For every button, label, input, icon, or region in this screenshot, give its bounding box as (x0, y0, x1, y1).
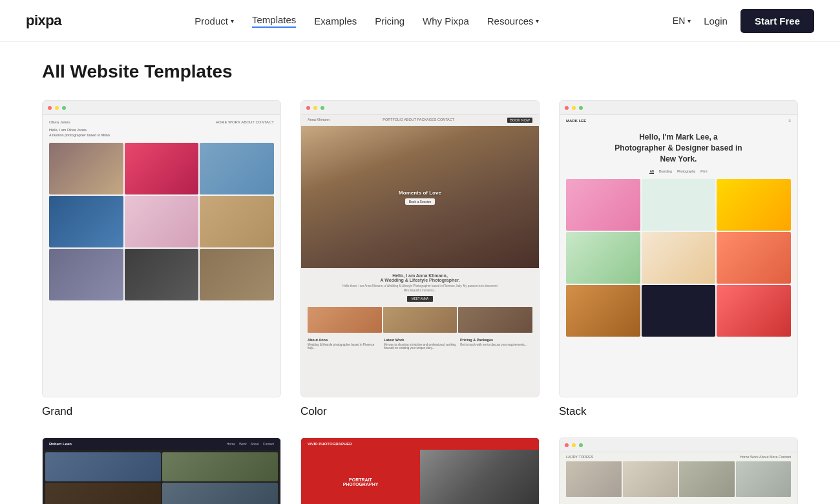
template-card-dark[interactable]: Robert Lean Home Work About Contact (42, 437, 281, 504)
nav-pricing[interactable]: Pricing (375, 16, 404, 26)
dark-site-name: Robert Lean (49, 442, 72, 446)
light-nav-items: Home Work About More Contact (740, 455, 791, 459)
dark-img-1 (45, 452, 161, 481)
color-hero-headline: Moments of Love (399, 190, 441, 196)
photo-6 (200, 196, 274, 247)
page-content: All Website Templates Olivia Jones HOME … (0, 42, 840, 504)
color-hero: Moments of Love Book a Session (301, 126, 539, 268)
template-card-color[interactable]: Anna Klimann PORTFOLIO ABOUT PACKAGES CO… (300, 100, 540, 418)
stack-mosaic (560, 179, 797, 341)
dot-red (565, 106, 569, 110)
stack-filter-all: All (649, 169, 653, 174)
template-preview-color: Anna Klimann PORTFOLIO ABOUT PACKAGES CO… (300, 100, 540, 397)
color-nav-bar: Anna Klimann PORTFOLIO ABOUT PACKAGES CO… (301, 115, 539, 126)
color-nav-items: PORTFOLIO ABOUT PACKAGES CONTACT (383, 118, 454, 123)
dark-nav-home: Home (227, 442, 235, 446)
dot-red (565, 443, 569, 447)
stack-tagline: Hello, I'm Mark Lee, aPhotographer & Des… (566, 132, 791, 164)
photo-5 (125, 196, 199, 247)
template-preview-dark: Robert Lean Home Work About Contact (42, 437, 281, 504)
stack-photo-9 (717, 285, 791, 337)
red-hero-image (420, 450, 539, 504)
language-selector[interactable]: EN ▾ (673, 16, 691, 26)
color-col-3: Pricing & Packages Get in touch with me … (460, 338, 532, 350)
dark-img-2 (162, 452, 278, 481)
stack-photo-5 (642, 232, 716, 284)
chevron-down-icon: ▾ (536, 17, 539, 25)
photo-9 (200, 249, 274, 300)
template-name-color: Color (300, 405, 540, 418)
color-about: Hello, I am Anna Klimann,A Wedding & Lif… (301, 268, 539, 307)
browser-chrome-color (301, 101, 539, 115)
dot-green (579, 106, 583, 110)
dot-green (320, 106, 324, 110)
gallery-item-3 (458, 307, 532, 333)
chevron-down-icon: ▾ (231, 17, 234, 25)
stack-header: MARK LEE ≡ (560, 115, 797, 127)
gallery-item-1 (308, 307, 382, 333)
photo-8 (125, 249, 199, 300)
template-preview-light: LARRY TORRES Home Work About More Contac… (559, 437, 798, 504)
dot-yellow (572, 443, 576, 447)
logo[interactable]: pixpa (26, 12, 61, 29)
template-name-grand: Grand (42, 405, 281, 418)
stack-filter-branding: Branding (659, 169, 672, 174)
template-card-red[interactable]: VIVID PHOTOGRAPHER PORTRAITPHOTOGRAPHY (300, 437, 540, 504)
light-img-1 (566, 461, 622, 497)
color-gallery (301, 307, 539, 338)
nav-templates[interactable]: Templates (252, 14, 296, 28)
color-col-text-2: My way to shooting is intuitive and prof… (384, 343, 456, 350)
red-body: PORTRAITPHOTOGRAPHY (301, 450, 539, 504)
dot-red (306, 106, 310, 110)
light-grid (566, 461, 791, 497)
dark-mock: Robert Lean Home Work About Contact (43, 438, 280, 504)
dot-yellow (572, 106, 576, 110)
color-hero-overlay: Moments of Love Book a Session (301, 126, 539, 268)
stack-filter-photography: Photography (677, 169, 695, 174)
color-col-1: About Anna Wedding & lifestyle photograp… (308, 338, 380, 350)
photo-4 (49, 196, 123, 247)
login-button[interactable]: Login (704, 16, 728, 26)
template-card-stack[interactable]: MARK LEE ≡ Hello, I'm Mark Lee, aPhotogr… (559, 100, 798, 418)
dark-header: Robert Lean Home Work About Contact (43, 438, 280, 450)
nav-examples[interactable]: Examples (314, 16, 357, 26)
color-col-title-1: About Anna (308, 338, 380, 342)
templates-grid: Olivia Jones HOME WORK ABOUT CONTACT Hel… (42, 100, 798, 504)
navbar: pixpa Product ▾ Templates Examples Prici… (0, 0, 840, 42)
light-img-3 (679, 461, 735, 497)
light-header: LARRY TORRES Home Work About More Contac… (560, 452, 797, 499)
nav-product[interactable]: Product ▾ (194, 16, 234, 26)
light-img-4 (736, 461, 792, 497)
dot-green (579, 443, 583, 447)
color-site-name: Anna Klimann (308, 118, 330, 123)
light-img-2 (623, 461, 678, 497)
color-bottom-section: About Anna Wedding & lifestyle photograp… (301, 338, 539, 355)
color-content: Anna Klimann PORTFOLIO ABOUT PACKAGES CO… (301, 115, 539, 355)
color-col-text-3: Get in touch with me to discuss your req… (460, 343, 532, 346)
dot-red (48, 106, 52, 110)
color-col-title-3: Pricing & Packages (460, 338, 532, 342)
template-preview-red: VIVID PHOTOGRAPHER PORTRAITPHOTOGRAPHY (300, 437, 540, 504)
template-card-light[interactable]: LARRY TORRES Home Work About More Contac… (559, 437, 798, 504)
grand-photo-grid (49, 143, 274, 300)
nav-why-pixpa[interactable]: Why Pixpa (423, 16, 469, 26)
dark-body (43, 450, 280, 504)
stack-photo-1 (566, 179, 640, 231)
start-free-button[interactable]: Start Free (740, 9, 814, 33)
stack-photo-6 (717, 232, 791, 284)
nav-links: Product ▾ Templates Examples Pricing Why… (194, 14, 539, 28)
dark-nav-work: Work (239, 442, 247, 446)
template-card-grand[interactable]: Olivia Jones HOME WORK ABOUT CONTACT Hel… (42, 100, 281, 418)
stack-hamburger: ≡ (788, 119, 791, 123)
light-nav: LARRY TORRES Home Work About More Contac… (566, 455, 791, 459)
red-mock: VIVID PHOTOGRAPHER PORTRAITPHOTOGRAPHY (301, 438, 539, 504)
gallery-item-2 (383, 307, 457, 333)
dot-yellow (313, 106, 317, 110)
nav-resources[interactable]: Resources ▾ (487, 16, 540, 26)
template-preview-stack: MARK LEE ≡ Hello, I'm Mark Lee, aPhotogr… (559, 100, 798, 397)
dark-nav-about: About (251, 442, 259, 446)
color-hero-cta: Book a Session (405, 198, 436, 205)
dark-img-4 (162, 483, 278, 504)
red-right-panel (420, 450, 539, 504)
color-about-bio: Hello there, I am Anna Klimann, a Weddin… (342, 284, 498, 293)
